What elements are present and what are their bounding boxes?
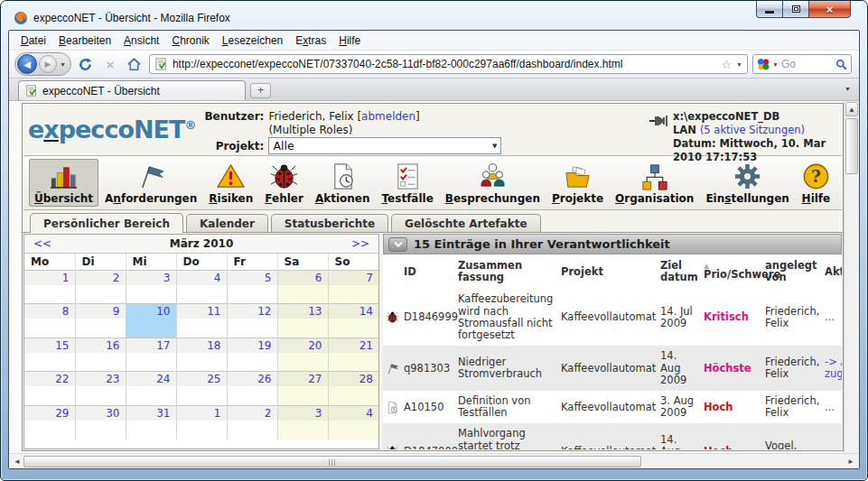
calendar-day[interactable]: 7 <box>328 270 378 285</box>
column-header-aktionen[interactable]: Aktionen <box>822 254 842 289</box>
calendar-day[interactable]: 22 <box>24 372 75 387</box>
entry-action-link[interactable]: ... <box>825 445 835 449</box>
menu-hilfe[interactable]: Hilfe <box>332 32 367 49</box>
close-button[interactable]: × <box>809 1 851 18</box>
calendar-day[interactable]: 9 <box>75 304 126 319</box>
forward-button[interactable]: ▶ <box>39 55 57 73</box>
calendar-day[interactable]: 19 <box>227 338 277 353</box>
calendar-day[interactable]: 4 <box>176 270 227 285</box>
tab-persönlicher-bereich[interactable]: Persönlicher Bereich <box>30 213 183 233</box>
menu-ansicht[interactable]: Ansicht <box>117 32 165 49</box>
search-engine-dropdown-icon[interactable]: ▼ <box>772 61 779 68</box>
column-header-prio-schwere[interactable]: ▲Prio/Schwere <box>701 254 762 289</box>
tab-kalender[interactable]: Kalender <box>186 214 268 232</box>
tab-gelöschte-artefakte[interactable]: Gelöschte Artefakte <box>391 214 540 232</box>
calendar-day[interactable]: 13 <box>277 304 328 319</box>
back-button[interactable]: ◀ <box>17 54 37 74</box>
column-header-angelegt[interactable]: angelegt von <box>762 254 822 289</box>
toolbar-item-testfälle[interactable]: Testfälle <box>377 159 439 207</box>
horizontal-scroll-thumb[interactable] <box>23 456 641 467</box>
toolbar-item-einstellungen[interactable]: Einstellungen <box>700 159 794 207</box>
url-bar[interactable]: http://expecconet/expeccoNET/07337040-2c… <box>149 54 748 74</box>
home-button[interactable] <box>125 54 145 74</box>
tab-statusberichte[interactable]: Statusberichte <box>271 214 388 232</box>
column-header-ziel[interactable]: Ziel datum <box>658 254 701 289</box>
magnifier-icon[interactable] <box>835 59 847 70</box>
menu-chronik[interactable]: Chronik <box>165 32 215 49</box>
menu-bearbeiten[interactable]: Bearbeiten <box>52 32 117 49</box>
search-input[interactable]: Go <box>781 58 833 70</box>
toolbar-item-übersicht[interactable]: Übersicht <box>29 159 98 207</box>
calendar-day[interactable]: 3 <box>126 270 176 285</box>
toolbar-item-risiken[interactable]: Risiken <box>203 159 258 207</box>
calendar-day[interactable]: 27 <box>277 372 328 387</box>
calendar-day[interactable]: 20 <box>277 338 328 353</box>
entry-action-link[interactable]: ... <box>825 310 835 323</box>
calendar-day[interactable]: 12 <box>227 304 277 319</box>
tab-list-dropdown[interactable]: ▼ <box>840 81 855 97</box>
scroll-up-icon[interactable]: ▲ <box>845 102 858 116</box>
calendar-day[interactable]: 25 <box>176 372 227 387</box>
calendar-next-link[interactable]: >> <box>351 237 369 250</box>
table-row[interactable]: q981303Niedriger StromverbrauchKaffeevol… <box>383 346 842 391</box>
toolbar-item-projekte[interactable]: Projekte <box>546 159 609 207</box>
calendar-day[interactable]: 21 <box>328 338 378 353</box>
logout-link[interactable]: abmelden <box>361 110 415 123</box>
calendar-day[interactable]: 14 <box>328 304 378 319</box>
calendar-day[interactable]: 26 <box>227 372 277 387</box>
calendar-day[interactable]: 28 <box>328 372 378 387</box>
history-dropdown[interactable]: ▼ <box>57 61 69 68</box>
browser-tab[interactable]: expeccoNET - Übersicht <box>18 80 246 100</box>
entry-action-link[interactable]: ... <box>825 401 835 413</box>
calendar-day[interactable]: 2 <box>227 405 277 421</box>
stop-button[interactable]: × <box>100 54 120 74</box>
calendar-day[interactable]: 29 <box>24 405 75 421</box>
calendar-day[interactable]: 10 <box>126 304 176 319</box>
calendar-day[interactable]: 11 <box>176 304 227 319</box>
maximize-button[interactable] <box>783 1 809 18</box>
toolbar-item-aktionen[interactable]: Aktionen <box>310 159 376 207</box>
collapse-button[interactable] <box>388 237 407 252</box>
calendar-day[interactable]: 1 <box>24 270 75 285</box>
column-header-zusammen[interactable]: Zusammen fassung <box>455 254 558 289</box>
entry-action-link[interactable]: -> A zuge <box>825 356 842 380</box>
minimize-button[interactable] <box>756 1 783 18</box>
new-tab-button[interactable]: + <box>250 83 271 98</box>
column-header-id[interactable]: ID <box>401 254 455 289</box>
calendar-day[interactable]: 2 <box>75 270 126 285</box>
sessions-link[interactable]: (5 aktive Sitzungen) <box>700 124 805 136</box>
search-box[interactable]: ▼ Go <box>752 54 852 74</box>
project-select[interactable]: Alle ▼ <box>268 137 501 154</box>
url-dropdown-icon[interactable]: ▼ <box>736 61 742 68</box>
table-row[interactable]: D1846999Kaffeezubereitung wird nach Stro… <box>383 289 842 346</box>
calendar-day[interactable]: 31 <box>126 405 176 421</box>
vertical-scroll-thumb[interactable] <box>845 118 858 174</box>
calendar-day[interactable]: 3 <box>277 405 328 421</box>
toolbar-item-besprechungen[interactable]: Besprechungen <box>440 159 546 207</box>
table-row[interactable]: A10150Definition von TestfällenKaffeevol… <box>383 391 842 423</box>
toolbar-item-anforderungen[interactable]: Anforderungen <box>99 159 202 207</box>
calendar-day[interactable]: 23 <box>75 372 126 387</box>
calendar-day[interactable]: 6 <box>277 270 328 285</box>
calendar-day[interactable]: 18 <box>176 338 227 353</box>
menu-lesezeichen[interactable]: Lesezeichen <box>216 32 289 49</box>
vertical-scrollbar[interactable]: ▲ <box>844 101 859 453</box>
toolbar-item-organisation[interactable]: Organisation <box>610 159 699 207</box>
calendar-day[interactable]: 17 <box>126 338 176 353</box>
calendar-day[interactable]: 4 <box>328 405 378 421</box>
calendar-prev-link[interactable]: << <box>33 237 51 250</box>
calendar-day[interactable]: 15 <box>24 338 75 353</box>
toolbar-item-fehler[interactable]: Fehler <box>259 159 309 207</box>
reload-button[interactable] <box>76 54 96 74</box>
calendar-day[interactable]: 30 <box>75 405 126 421</box>
calendar-day[interactable]: 16 <box>75 338 126 353</box>
table-row[interactable]: D1847000Mahlvorgang startet trotz versto… <box>383 423 842 449</box>
scroll-left-icon[interactable]: ◄ <box>11 458 23 466</box>
calendar-day[interactable]: 8 <box>24 304 75 319</box>
menu-datei[interactable]: Datei <box>14 32 52 49</box>
column-header-projekt[interactable]: Projekt <box>558 254 658 289</box>
horizontal-scrollbar[interactable]: ◄ ► <box>9 453 859 468</box>
url-text[interactable]: http://expecconet/expeccoNET/07337040-2c… <box>173 58 716 70</box>
calendar-day[interactable]: 24 <box>126 372 176 387</box>
calendar-day[interactable]: 5 <box>227 270 277 285</box>
